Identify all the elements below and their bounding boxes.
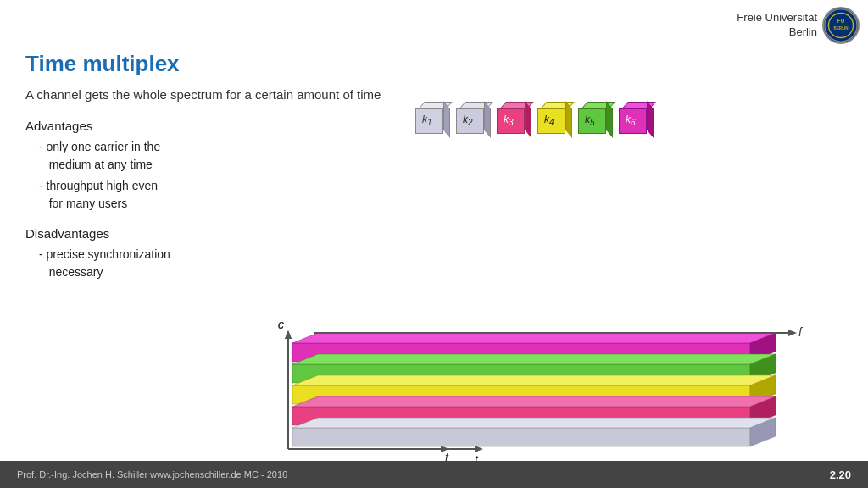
svg-marker-12 — [292, 333, 776, 343]
chart-area: t c c — [246, 246, 822, 466]
university-name: Freie Universität Berlin — [737, 11, 817, 40]
page-title: Time multiplex — [25, 51, 843, 77]
svg-marker-18 — [292, 375, 776, 385]
svg-point-0 — [825, 9, 857, 42]
svg-marker-33 — [788, 330, 797, 336]
cube-k5: k5 — [578, 102, 612, 134]
subtitle: A channel gets the whole spectrum for a … — [25, 87, 843, 102]
svg-text:BERLIN: BERLIN — [834, 26, 849, 30]
bar-1 — [292, 418, 776, 446]
svg-marker-15 — [292, 354, 776, 364]
svg-rect-23 — [292, 428, 750, 446]
cube-k6: k6 — [619, 102, 653, 134]
svg-marker-24 — [292, 418, 776, 428]
cube-k4: k4 — [537, 102, 571, 134]
cube-k3: k3 — [497, 102, 531, 134]
cube-k2: k2 — [456, 102, 490, 134]
disadvantages-label: Disadvantages — [25, 226, 843, 241]
svg-text:f: f — [798, 325, 804, 339]
svg-marker-21 — [292, 396, 776, 407]
svg-text:FU: FU — [837, 18, 845, 24]
footer-text: Prof. Dr.-Ing. Jochen H. Schiller www.jo… — [17, 469, 287, 480]
cube-k1: k1 — [415, 102, 449, 134]
header: Freie Universität Berlin FU BERLIN — [737, 7, 860, 44]
cubes-row: k1 k2 k3 k4 k5 — [415, 102, 653, 134]
footer: Prof. Dr.-Ing. Jochen H. Schiller www.jo… — [0, 461, 868, 488]
university-logo: FU BERLIN — [822, 7, 860, 44]
page-number: 2.20 — [830, 469, 851, 481]
svg-text:c: c — [278, 318, 284, 331]
advantage-item-2: - throughput high even for many users — [39, 177, 843, 213]
svg-marker-27 — [285, 330, 292, 339]
advantage-item-1: - only one carrier in the medium at any … — [39, 138, 843, 174]
